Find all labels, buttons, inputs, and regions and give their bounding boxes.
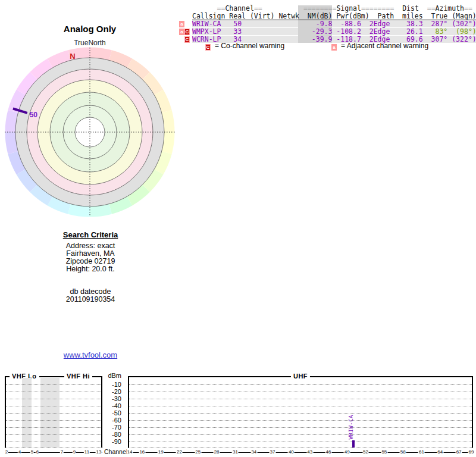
station-channel-marker-label: 50 (30, 111, 38, 119)
co-channel-badge-icon: C (184, 29, 190, 35)
compass-color-segment (165, 112, 168, 132)
adjacent-channel-legend-text: = Adjacent channel warning (341, 42, 428, 50)
dbm-tick-label: -40 (112, 402, 121, 409)
co-channel-badge-icon: C (184, 36, 190, 43)
dbm-gridline (129, 420, 472, 421)
dbm-tick-label: -60 (112, 417, 121, 424)
search-criteria-title: Search Criteria (31, 231, 150, 239)
channel-tick-label: 2 (5, 449, 8, 455)
dbm-gridline (129, 406, 472, 406)
spectrum-chart: VHF Lo VHF Hi dBm -10-20-30-40-50-60-70-… (0, 370, 476, 457)
compass-color-segment (12, 132, 14, 152)
compass-color-segment (90, 54, 110, 57)
channel-tick-label: 64 (437, 449, 443, 455)
signal-bar (352, 440, 355, 447)
uhf-band-label: UHF (291, 373, 310, 380)
dbm-gridline (6, 434, 101, 435)
compass-color-segment (165, 132, 168, 152)
azimuth-cell: 287° (302°) (423, 20, 476, 28)
site-link-wrap: www.tvfool.com (31, 350, 150, 359)
dbm-tick-label: -80 (112, 431, 121, 438)
channel-tick-label: 69 (468, 449, 475, 455)
table-text-lines: ==Channel== ========Signal======== Dist … (192, 5, 476, 43)
dbm-gridline (6, 406, 101, 406)
search-criteria-line: Height: 20.0 ft. (31, 265, 150, 273)
dbm-gridline (6, 427, 101, 428)
dbm-tick-label: -20 (112, 388, 121, 395)
compass-color-segment (70, 208, 90, 210)
dbm-gridline (6, 413, 101, 414)
dbm-tick-label: -50 (112, 409, 121, 417)
header-decoration: ======== (361, 4, 394, 12)
vhf-band-plot: VHF Lo VHF Hi (5, 376, 102, 448)
channel-tick-label: 11 (84, 449, 90, 455)
co-channel-badge-icon: C (205, 44, 211, 51)
adjacent-channel-badge-icon: a (179, 21, 184, 27)
channel-tick-label: 25 (195, 449, 201, 455)
radar-svg: N 50 (0, 23, 180, 225)
dbm-gridline (129, 392, 472, 392)
channel-tick-label: 13 (96, 449, 102, 455)
dbm-gridline (6, 420, 101, 421)
dbm-tick-label: -90 (112, 438, 121, 445)
azimuth-cell: 307° (322°) (423, 35, 476, 43)
channel-tick-label: 28 (214, 449, 220, 455)
compass-color-segment (90, 208, 110, 210)
db-datecode-value: 201109190354 (31, 296, 150, 303)
signal-bar-callsign-label: WRIW-CA (348, 415, 354, 439)
channel-tick-label: 5 (30, 449, 34, 455)
dbm-gridline (6, 399, 101, 399)
vhf-hi-band-label: VHF Hi (64, 373, 92, 380)
dbm-gridline (6, 384, 101, 385)
channel-tick-label: 14 (127, 449, 133, 455)
header-decoration: == (464, 4, 472, 12)
dbm-gridline (129, 384, 472, 385)
header-decoration: ======== (303, 4, 336, 12)
co-channel-legend-text: = Co-channel warning (215, 42, 284, 50)
dbm-gridline (129, 442, 472, 442)
dbm-tick-label: -70 (112, 424, 121, 431)
channel-tick-label: 22 (176, 449, 183, 455)
header-decoration: == (254, 4, 262, 12)
channel-tick-label: 58 (400, 449, 406, 455)
signal-table: ==Channel== ========Signal======== Dist … (178, 5, 476, 45)
channel-tick-label: 40 (288, 449, 295, 455)
compass-north-letter: N (70, 52, 75, 61)
channel-tick-label: 4 (18, 449, 21, 455)
adjacent-channel-badge-icon: a (179, 29, 184, 35)
dbm-tick-label: -10 (112, 381, 121, 388)
channel-tick-label: 16 (139, 449, 145, 455)
uhf-band-plot: UHF WRIW-CA (128, 376, 473, 448)
co-channel-legend: C= Co-channel warning (205, 42, 284, 51)
azimuth-radar-chart: Analog Only TrueNorth N 50 (0, 23, 180, 225)
channel-tick-label: 31 (232, 449, 239, 455)
channel-tick-label: 67 (456, 449, 462, 455)
adjacent-channel-badge-icon: a (331, 44, 337, 51)
azimuth-cell: 83° (98°) (423, 27, 476, 36)
dbm-gridline (129, 399, 472, 399)
channel-axis-title: Channel (104, 448, 127, 455)
channel-tick-label: 46 (325, 449, 331, 455)
search-criteria-block: Search Criteria Address: exact Fairhaven… (31, 231, 150, 303)
channel-tick-label: 52 (362, 449, 369, 455)
channel-tick-label: 61 (418, 449, 425, 455)
tvfool-report-page: { "polar": { "title": "Analog Only", "no… (0, 0, 476, 457)
header-decoration: == (217, 4, 226, 12)
dbm-tick-label: -30 (112, 395, 121, 402)
compass-color-segment (12, 112, 14, 132)
channel-tick-label: 19 (158, 449, 164, 455)
channel-tick-label: 9 (73, 449, 76, 455)
dbm-gridline (6, 442, 101, 442)
channel-tick-label: 7 (60, 449, 64, 455)
header-decoration: == (427, 4, 436, 12)
dbm-gridline (129, 427, 472, 428)
dbm-gridline (6, 392, 101, 392)
tvfool-link[interactable]: www.tvfool.com (64, 350, 117, 359)
dbm-gridline (129, 434, 472, 435)
channel-tick-label: 43 (306, 449, 313, 455)
channel-tick-label: 49 (344, 449, 350, 455)
db-datecode-block: db datecode 201109190354 (31, 288, 150, 303)
dbm-axis-title: dBm (108, 372, 121, 379)
channel-tick-label: 55 (381, 449, 387, 455)
channel-tick-label: 6 (36, 449, 39, 455)
